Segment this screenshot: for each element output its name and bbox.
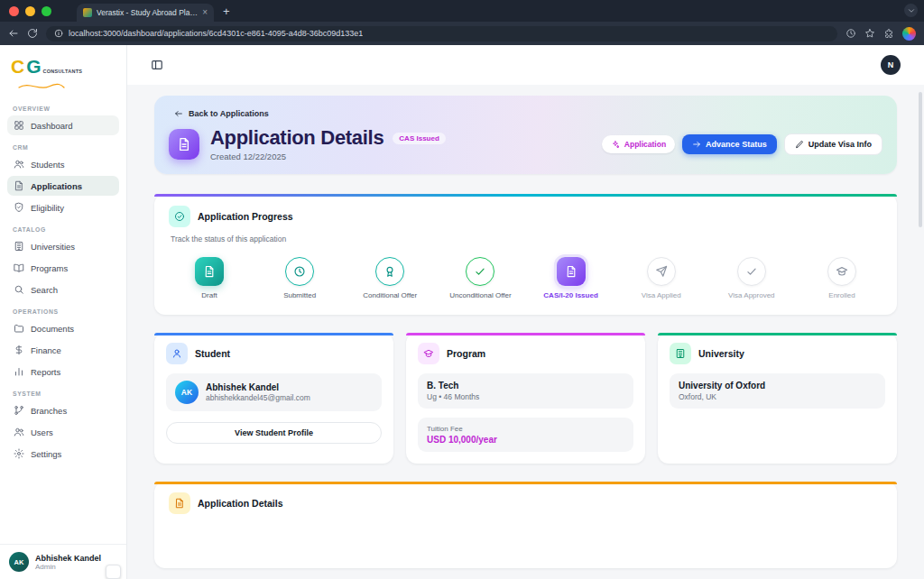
file-text-icon (203, 265, 216, 278)
window-close-button[interactable] (9, 6, 19, 16)
sidebar-item-universities[interactable]: Universities (7, 236, 119, 256)
sidebar-item-eligibility[interactable]: Eligibility (7, 198, 119, 217)
paper-plane-icon (655, 265, 668, 278)
sidebar-item-documents[interactable]: Documents (7, 318, 119, 338)
advance-status-button[interactable]: Advance Status (682, 134, 777, 154)
browser-navbar: localhost:3000/dashboard/applications/6c… (0, 22, 924, 45)
window-minimize-button[interactable] (25, 6, 35, 16)
users-icon (14, 159, 24, 170)
sidebar-item-students[interactable]: Students (7, 154, 119, 174)
program-card: Program B. Tech Ug • 46 Months Tuition F… (406, 333, 645, 464)
sidebar-item-label: Search (31, 285, 58, 295)
university-icon-box (670, 343, 691, 364)
clock-icon (293, 265, 306, 278)
check-circle-icon (174, 211, 185, 222)
sidebar-item-reports[interactable]: Reports (7, 362, 119, 381)
app-logo[interactable]: CG CONSULTANTS (0, 45, 126, 97)
student-summary: AK Abhishek Kandel abhishekkandel45@gmai… (166, 373, 382, 411)
university-name: University of Oxford (679, 381, 876, 391)
page-title: Application Details (210, 126, 383, 150)
logo-swirl-decoration (18, 83, 65, 90)
sidebar-item-label: Programs (31, 263, 68, 273)
sidebar-section-overview: OVERVIEW (13, 106, 114, 112)
step-cas-i20-issued[interactable]: CAS/I-20 Issued (534, 257, 608, 300)
building-icon (675, 348, 686, 359)
sidebar-item-users[interactable]: Users (7, 422, 119, 442)
check-icon (745, 265, 758, 278)
logo-letter-c: C (11, 56, 24, 78)
grid-icon (14, 120, 24, 131)
book-open-icon (14, 262, 24, 273)
details-icon-box (169, 492, 190, 514)
award-icon (383, 265, 396, 278)
step-visa-applied[interactable]: Visa Applied (624, 257, 698, 300)
program-name: B. Tech (427, 381, 624, 391)
page-scrollbar[interactable] (919, 92, 922, 227)
check-icon (474, 265, 486, 278)
app-topbar: N (127, 45, 924, 85)
tab-title: Verastix - Study Abroad Platform (97, 8, 198, 17)
progress-icon-box (169, 206, 190, 227)
created-date: Created 12/22/2025 (210, 152, 446, 161)
update-visa-info-button[interactable]: Update Visa Info (784, 133, 882, 155)
sidebar-item-label: Dashboard (31, 121, 72, 131)
user-icon (171, 348, 182, 359)
info-icon[interactable] (54, 29, 63, 38)
sidebar-item-label: Eligibility (31, 203, 64, 213)
history-icon[interactable] (845, 28, 856, 39)
step-submitted[interactable]: Submitted (263, 257, 337, 300)
shield-check-icon (14, 202, 24, 213)
sidebar-section-catalog: CATALOG (13, 226, 114, 233)
sidebar-item-label: Universities (31, 242, 75, 252)
step-conditional-offer[interactable]: Conditional Offer (353, 257, 427, 300)
sidebar-item-label: Reports (31, 367, 60, 377)
sidebar-item-dashboard[interactable]: Dashboard (7, 115, 119, 135)
university-card: University University of Oxford Oxford, … (658, 333, 897, 464)
sidebar-toggle-icon[interactable] (151, 59, 163, 71)
step-unconditional-offer[interactable]: Unconditional Offer (443, 257, 517, 300)
sidebar-item-branches[interactable]: Branches (7, 400, 119, 420)
extensions-puzzle-icon[interactable] (883, 28, 894, 39)
dev-tools-widget[interactable] (106, 565, 121, 579)
browser-profile-avatar[interactable] (902, 27, 916, 41)
sidebar-item-programs[interactable]: Programs (7, 258, 119, 278)
sidebar-item-label: Users (31, 427, 53, 437)
tuition-fee-value: USD 10,000/year (427, 435, 624, 445)
arrow-right-icon (692, 140, 701, 149)
address-bar[interactable]: localhost:3000/dashboard/applications/6c… (46, 26, 837, 41)
user-role: Admin (35, 563, 101, 571)
account-avatar[interactable]: N (881, 55, 901, 75)
back-to-applications-button[interactable]: Back to Applications (169, 106, 274, 122)
browser-tab[interactable]: Verastix - Study Abroad Platform × (77, 4, 214, 22)
arrow-left-icon (174, 109, 183, 118)
sidebar-item-settings[interactable]: Settings (7, 444, 119, 464)
sidebar-section-crm: CRM (13, 144, 114, 151)
student-card: Student AK Abhishek Kandel abhishekkande… (154, 333, 393, 464)
logo-letter-g: G (26, 56, 41, 78)
reload-icon[interactable] (27, 28, 38, 39)
sidebar-item-finance[interactable]: Finance (7, 340, 119, 360)
window-zoom-button[interactable] (42, 6, 51, 16)
bar-chart-icon (14, 366, 24, 377)
progress-title: Application Progress (198, 211, 293, 222)
back-icon[interactable] (8, 28, 19, 39)
avatar: AK (175, 381, 199, 404)
step-enrolled[interactable]: Enrolled (805, 257, 879, 300)
sidebar-item-label: Finance (31, 345, 61, 355)
application-details-card: Application Details (154, 482, 897, 568)
new-tab-button[interactable]: + (223, 5, 230, 18)
program-meta: Ug • 46 Months (427, 392, 624, 401)
file-text-icon (565, 265, 578, 278)
summary-cards-row: Student AK Abhishek Kandel abhishekkande… (154, 333, 897, 464)
view-student-profile-button[interactable]: View Student Profile (166, 422, 382, 444)
sidebar-item-label: Students (31, 160, 65, 170)
bookmark-star-icon[interactable] (864, 28, 875, 39)
sidebar-item-search[interactable]: Search (7, 280, 119, 299)
step-draft[interactable]: Draft (172, 257, 246, 300)
tab-close-icon[interactable]: × (202, 8, 208, 17)
step-visa-approved[interactable]: Visa Approved (715, 257, 789, 300)
chevron-down-icon[interactable] (904, 4, 918, 17)
graduation-cap-icon (836, 265, 848, 278)
sidebar-item-applications[interactable]: Applications (7, 176, 119, 196)
application-button[interactable]: Application (602, 135, 675, 153)
